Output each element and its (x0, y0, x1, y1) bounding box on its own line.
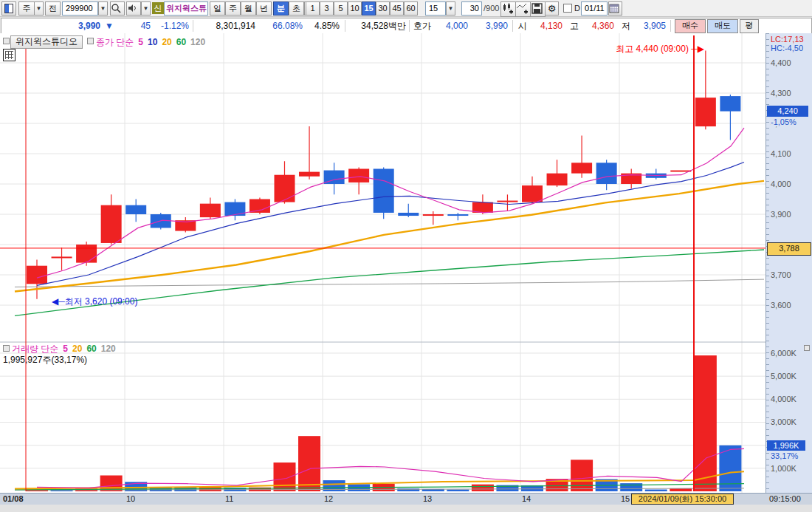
candlestick-volume-plot[interactable] (0, 33, 765, 493)
volume-tick-label: 5,000K (771, 372, 796, 380)
lc-readout: LC:17,13 (771, 35, 804, 44)
stock-code-input[interactable]: 299900 (62, 1, 98, 16)
price-direction-icon: ▼ (105, 20, 115, 32)
legend-ma-20: 20 (162, 37, 171, 47)
crosshair-price-badge: 3,788 (767, 242, 811, 256)
tab-period-3[interactable]: 년 (256, 1, 272, 16)
interval-btn-10[interactable]: 10 (348, 1, 362, 16)
time-axis-label: 12 (324, 494, 333, 503)
settings-gear-icon[interactable]: ⚙ (545, 1, 559, 16)
legend-ma-120: 120 (190, 37, 205, 47)
expand-pane-icon[interactable] (804, 345, 810, 351)
hc-readout: HC:-4,50 (771, 44, 803, 52)
save-icon[interactable] (530, 1, 546, 17)
chart-type-dropdown-icon[interactable]: ▼ (34, 1, 44, 16)
price-change: 45 (125, 20, 151, 32)
stock-name-field[interactable]: 위지윅스튜 (164, 1, 208, 16)
sell-button[interactable]: 매도 (707, 19, 738, 33)
interval-btn-45[interactable]: 45 (390, 1, 404, 16)
tab-mode-0[interactable]: 분 (273, 1, 289, 16)
tab-period-1[interactable]: 주 (225, 1, 241, 16)
interval-btn-5[interactable]: 5 (334, 1, 348, 16)
price-legend: 종가 단순5102060120 (96, 36, 205, 49)
volume-legend-label: 거래량 단순 (12, 344, 58, 354)
legend-marker-icon (87, 38, 94, 44)
time-axis-label: 11 (225, 494, 233, 503)
calendar-icon[interactable] (608, 1, 622, 16)
interval-btn-60[interactable]: 60 (404, 1, 418, 16)
high-annotation: 최고 4,440 (09:00) ─▶ (582, 43, 704, 55)
current-volume-pct: 33,17% (771, 451, 798, 460)
bar-count-input[interactable]: 30 (461, 1, 482, 16)
grid-tool-icon[interactable] (3, 49, 16, 61)
volume-tick-label: 3,000K (771, 417, 796, 426)
price-tick-label: 4,100 (771, 149, 791, 158)
current-volume-badge: 1,996K (767, 440, 805, 451)
price-tick-label: 4,300 (771, 89, 791, 98)
low-price: 3,905 (632, 20, 666, 32)
price-legend-label: 종가 단순 (96, 37, 134, 47)
bar-max-label: /900 (484, 4, 499, 13)
tab-mode-1[interactable]: 초 (289, 1, 304, 16)
sound-dropdown-icon[interactable]: ▼ (141, 1, 151, 16)
volume-total: 8,301,914 (199, 20, 255, 32)
legend-ma-20: 20 (72, 344, 82, 354)
bid-price: 3,990 (475, 20, 508, 32)
low-label: 저 (622, 20, 630, 32)
price-tick-label: 3,600 (771, 301, 791, 310)
tab-period-0[interactable]: 일 (210, 1, 225, 16)
volume-tick-label: 6,000K (771, 349, 796, 358)
avg-button[interactable]: 평 (740, 19, 759, 33)
legend-ma-60: 60 (86, 344, 96, 354)
search-icon[interactable] (110, 1, 125, 16)
price-tick-label: 3,900 (771, 210, 791, 219)
d-checkbox-label: D (574, 4, 580, 13)
buy-button[interactable]: 매수 (675, 19, 706, 33)
legend-ma-120: 120 (101, 344, 116, 354)
chart-type-button[interactable]: 주 (18, 1, 35, 16)
legend-ma-5: 5 (63, 344, 68, 354)
add-line-tool-icon[interactable] (515, 1, 531, 17)
panel-toggle-icon[interactable] (1, 1, 16, 16)
low-annotation: ◀─최저 3,620 (09:00) (52, 296, 137, 308)
volume-pane-marker-icon (3, 345, 10, 352)
open-price: 4,130 (529, 20, 562, 32)
crosshair-time-badge: 2024/01/09(화) 15:30:00 (631, 494, 734, 505)
time-axis-label: 13 (423, 494, 432, 503)
stock-chart-window: 주 ▼ 전 299900 ▼ ▼ 신 위지윅스튜 일주월년 분초틱 135101… (0, 0, 812, 512)
price-tick-label: 4,400 (771, 58, 791, 67)
stock-code-dropdown-icon[interactable]: ▼ (98, 1, 108, 16)
current-price-pct: -1,05% (771, 117, 796, 126)
interval-select-arrow-icon[interactable]: ▼ (446, 1, 455, 16)
time-axis-label: 01/08 (3, 494, 24, 503)
date-input[interactable]: 01/11 (581, 1, 608, 16)
price-change-pct: -1.12% (154, 20, 189, 32)
legend-ma-60: 60 (176, 37, 186, 47)
new-listing-badge: 신 (152, 2, 164, 14)
high-price: 4,360 (580, 20, 614, 32)
d-checkbox[interactable] (563, 4, 572, 13)
interval-btn-15[interactable]: 15 (362, 1, 376, 16)
interval-btn-30[interactable]: 30 (376, 1, 390, 16)
interval-btn-3[interactable]: 3 (320, 1, 334, 16)
price-pane-title-tab[interactable]: 위지윅스튜디오 (10, 35, 83, 49)
current-price: 3,990 (46, 20, 100, 32)
hoga-label: 호가 (413, 20, 431, 32)
open-label: 시 (518, 20, 527, 32)
pane-marker-icon (3, 38, 10, 44)
tab-period-2[interactable]: 월 (241, 1, 256, 16)
chart-area[interactable]: 위지윅스튜디오 종가 단순5102060120 거래량 단순52060120 1… (0, 33, 765, 493)
bottom-strip (0, 505, 812, 512)
quote-bar: 3,990 ▼ 45 -1.12% 8,301,914 66.08% 4.85%… (0, 17, 812, 33)
interval-btn-1[interactable]: 1 (306, 1, 320, 16)
sound-icon[interactable] (126, 1, 141, 16)
price-tick-label: 4,000 (771, 180, 791, 188)
current-price-badge: 4,240 (767, 106, 808, 117)
add-candle-tool-icon[interactable] (500, 1, 516, 17)
price-tick-label: 3,700 (771, 270, 791, 279)
jeon-button[interactable]: 전 (45, 1, 61, 16)
volume-summary: 1,995,927주(33,17%) (3, 354, 87, 366)
last-bar-time: 09:15:00 (769, 494, 801, 503)
volume-tick-label: 1,000K (771, 464, 796, 473)
interval-select[interactable]: 15 (425, 1, 446, 16)
